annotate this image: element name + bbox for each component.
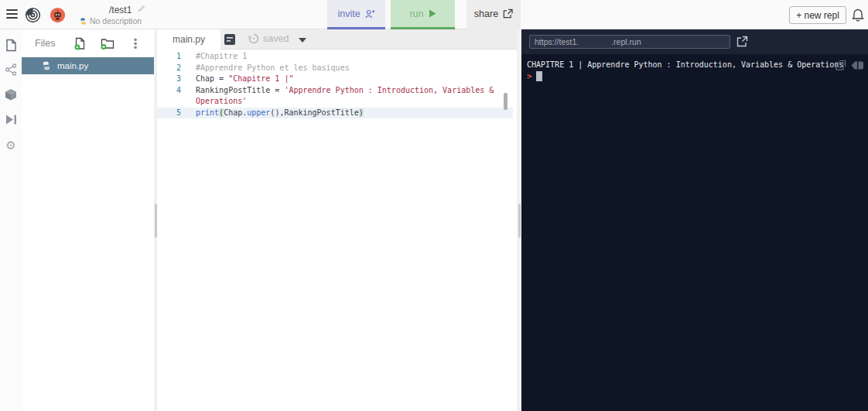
repl-description: No description <box>90 16 142 26</box>
run-play-icon <box>429 9 436 18</box>
user-avatar[interactable] <box>50 7 66 23</box>
left-icon-rail: ⚙ <box>0 29 22 411</box>
file-list-item-main-py[interactable]: main.py <box>22 57 154 74</box>
line-number: 1 <box>157 51 186 63</box>
code-editor-pane: main.py saved 1#Chapitre 12#Apprendre Py… <box>157 29 517 411</box>
line-number: 5 <box>157 108 186 119</box>
code-line[interactable]: 2#Apprendre Python et les basiques <box>157 63 513 74</box>
editor-scrollbar[interactable] <box>504 93 507 110</box>
repl-title: /test1 <box>109 5 132 15</box>
editor-tabbar: main.py saved <box>157 29 517 50</box>
code-line[interactable]: 3Chap = "Chapitre 1 |" <box>157 74 513 85</box>
repl-url-suffix: .repl.run <box>611 37 641 46</box>
invite-button[interactable]: invite <box>327 0 385 29</box>
invite-label: invite <box>337 9 360 19</box>
file-name: main.py <box>57 61 88 70</box>
code-line[interactable]: 5print(Chap.upper(),RankingPostTitle) <box>157 108 513 119</box>
code-line[interactable]: 1#Chapitre 1 <box>157 51 513 63</box>
tab-main-py[interactable]: main.py <box>157 29 220 50</box>
files-panel: Files ••• main.py <box>22 29 154 411</box>
python-file-icon <box>42 61 51 70</box>
packages-icon[interactable] <box>0 84 22 104</box>
invite-person-plus-icon <box>365 9 375 19</box>
tab-options-caret-icon[interactable] <box>299 38 306 43</box>
replit-workspace: /test1 No description invite run <box>0 0 868 411</box>
console-output-area[interactable]: CHAPITRE 1 | Apprendre Python : Introduc… <box>521 54 868 411</box>
line-number: 3 <box>157 74 186 85</box>
clear-console-icon[interactable] <box>851 61 864 70</box>
add-file-icon[interactable] <box>73 36 87 50</box>
share-export-icon <box>503 9 513 19</box>
settings-gear-icon[interactable]: ⚙ <box>0 135 22 155</box>
notifications-bell-icon[interactable] <box>852 9 864 22</box>
code-area[interactable]: 1#Chapitre 12#Apprendre Python et les ba… <box>157 51 513 118</box>
divider-drag-handle[interactable] <box>518 204 521 238</box>
topbar: /test1 No description invite run <box>0 0 868 29</box>
format-code-icon[interactable] <box>224 34 235 45</box>
line-number <box>157 96 186 108</box>
save-status: saved <box>248 33 289 44</box>
files-menu-kebab-icon[interactable]: ••• <box>128 36 142 50</box>
code-line[interactable]: 4RankingPostTitle = 'Apprendre Python : … <box>157 85 513 97</box>
replit-logo-icon[interactable] <box>25 7 41 23</box>
run-label: run <box>409 9 423 19</box>
repl-url-input[interactable]: https://test1..repl.run <box>529 35 730 49</box>
prompt-chevron: > <box>527 71 532 81</box>
open-in-new-window-icon[interactable] <box>836 60 846 70</box>
console-pane: https://test1..repl.run CHAPITRE 1 | App… <box>521 29 868 411</box>
code-line[interactable]: Operations' <box>157 96 513 108</box>
line-number: 2 <box>157 63 186 74</box>
share-label: share <box>474 9 498 19</box>
save-status-label: saved <box>263 33 289 44</box>
hamburger-menu-icon[interactable] <box>6 9 18 20</box>
terminal-cursor <box>536 71 542 81</box>
debugger-icon[interactable] <box>0 109 22 129</box>
history-clock-icon <box>248 33 259 44</box>
files-tool-icon[interactable] <box>0 35 22 55</box>
files-panel-title: Files <box>35 38 55 49</box>
line-number: 4 <box>157 85 186 97</box>
python-language-icon <box>80 18 87 25</box>
edit-title-pencil-icon[interactable] <box>138 5 145 12</box>
add-folder-icon[interactable] <box>101 36 114 50</box>
open-url-external-icon[interactable] <box>736 36 748 47</box>
console-output-line: CHAPITRE 1 | Apprendre Python : Introduc… <box>527 60 843 69</box>
version-control-icon[interactable] <box>0 60 22 80</box>
share-button[interactable]: share <box>466 0 521 29</box>
new-repl-button[interactable]: + new repl <box>789 6 846 24</box>
console-header: https://test1..repl.run <box>521 29 868 54</box>
files-panel-header: Files ••• <box>22 29 154 56</box>
run-button[interactable]: run <box>391 0 455 29</box>
repl-url-prefix: https://test1. <box>535 37 579 46</box>
console-prompt-row[interactable]: > <box>527 70 542 82</box>
